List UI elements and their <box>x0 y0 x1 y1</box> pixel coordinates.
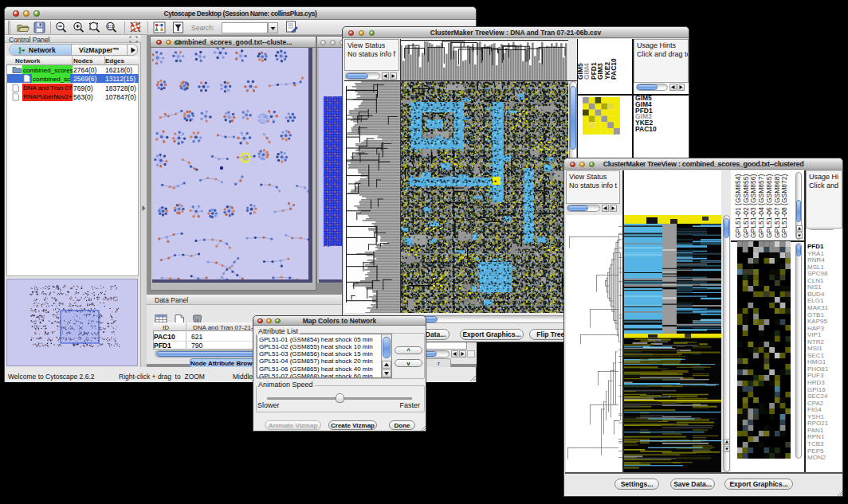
svg-text:1:1: 1:1 <box>108 24 114 29</box>
svg-text:MON2: MON2 <box>807 454 826 461</box>
svg-text:PAC10: PAC10 <box>635 125 657 133</box>
